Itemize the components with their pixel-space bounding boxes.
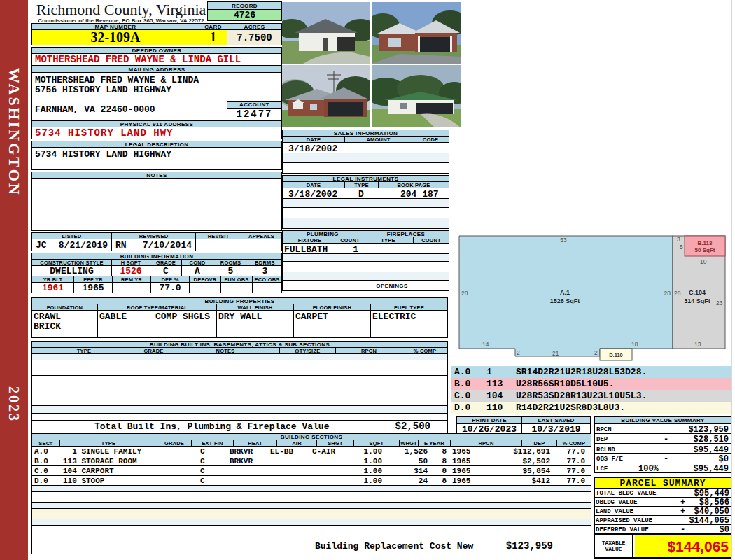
- roof-material-value: COMP SHGLS: [155, 312, 210, 322]
- built-ins-empty-row: [31, 375, 448, 391]
- sec-cell: 77.0: [554, 467, 585, 475]
- dim-18: 18: [631, 341, 638, 348]
- yrblt-value: 1961: [31, 282, 74, 293]
- cond-value: A: [181, 265, 214, 276]
- bvs-row-lcf: LCF 100% $95,449: [594, 463, 732, 473]
- dim-13: 13: [694, 341, 701, 348]
- dim-2b: 2: [594, 349, 598, 356]
- bvs-row-dep: DEP - $28,510: [594, 433, 732, 444]
- sketch-string-path: SR14D2R21U2R18U28L53D28.: [516, 367, 647, 377]
- sec-cell: 77.0: [554, 457, 585, 465]
- sec-cell: $412: [482, 477, 550, 485]
- openings-value-cell: [421, 280, 449, 291]
- taxable-value: $144,065: [638, 538, 729, 555]
- reviewed-by: RN: [115, 240, 127, 251]
- parcel-row-land: LAND VALUE + $40,050: [595, 507, 731, 516]
- parcel-value: $8,566: [699, 498, 729, 507]
- foundation-line-2: BRICK: [34, 321, 61, 332]
- instr-bookpage-value: 204 187: [400, 189, 439, 199]
- sec-cell: $2,502: [482, 457, 550, 465]
- page-edge-line: [732, 0, 732, 560]
- sec-cell: 77.0: [554, 477, 585, 485]
- instr-date-value: 3/18/2002: [288, 189, 337, 199]
- sketch-section-a: [459, 236, 673, 356]
- foundation-line-1: CRAWL: [34, 312, 61, 322]
- sec-cell: BRKVR: [230, 447, 253, 456]
- bvs-label: OBS F/E: [596, 456, 623, 463]
- sketch-string-row-c: C.0 104 U28R53SD28R13U23L10U5L3.: [451, 390, 732, 402]
- dim-53: 53: [560, 237, 567, 244]
- wall-finish-value: DRY WALL: [218, 312, 262, 322]
- plumbing-row: FULLBATH: [282, 243, 337, 254]
- fixture-count-value: 1: [353, 244, 358, 254]
- replacement-cost-value: $123,959: [490, 540, 553, 552]
- sketch-c-label: C.104: [689, 289, 706, 296]
- plumbing-empty-row: [282, 261, 363, 272]
- sections-empty-row: [31, 508, 592, 519]
- taxable-label-line1: TAXABLE: [602, 540, 626, 546]
- sketch-c-sqft: 314 SqFt: [684, 298, 710, 304]
- sections-empty-row: [31, 525, 592, 536]
- plumbing-empty-row: [282, 280, 363, 291]
- sec-cell: 110 STOOP: [63, 477, 104, 485]
- reviewed-date: 7/10/2014: [143, 240, 192, 251]
- roof-type-value: GABLE: [99, 312, 127, 322]
- sec-cell: 1.00: [349, 467, 382, 475]
- dim-14: 14: [482, 341, 489, 348]
- property-record-card: WASHINGTON 2023 Richmond County, Virgini…: [0, 0, 735, 560]
- map-number-value: 32-109A: [31, 29, 200, 46]
- openings-label-cell: OPENINGS: [363, 280, 421, 291]
- bvs-label: RPCN: [596, 426, 612, 433]
- parcel-value: $95,449: [694, 489, 729, 498]
- parcel-row-appraised: APPRAISED VALUE $144,065: [595, 516, 731, 525]
- sec-cell: 8: [431, 467, 447, 475]
- parcel-op: +: [680, 498, 685, 507]
- construction-style-value: DWELLING: [31, 265, 112, 276]
- sec-cell: 8: [431, 457, 447, 465]
- parcel-value: $40,050: [694, 507, 729, 517]
- sketch-string-num: 113: [486, 379, 503, 389]
- mailing-line-2: 5756 HISTORY LAND HIGHWAY: [35, 85, 172, 95]
- sketch-a-sqft: 1526 SqFt: [550, 298, 580, 304]
- sections-empty-row: [31, 491, 592, 503]
- parcel-row-total-bldg: TOTAL BLDG VALUE $95,449: [595, 489, 731, 498]
- grade-value: C: [150, 265, 182, 276]
- parcel-label: DEFERRED VALUE: [596, 526, 649, 533]
- sec-cell: 1.00: [349, 457, 382, 465]
- building-sketch: 53 28 28 28 3 5 10 23 13 14 2 21 2 18 A.…: [458, 232, 732, 364]
- bvs-value: $95,449: [694, 464, 729, 473]
- sketch-string-row-b: B.0 113 U28R56SR10D5L10U5.: [451, 378, 732, 390]
- parcel-op: +: [680, 507, 685, 517]
- parcel-taxable-row: TAXABLE VALUE $144,065: [595, 536, 731, 557]
- sketch-string-sec: C.0: [454, 391, 470, 401]
- property-photo-2: [372, 2, 461, 64]
- sec-cell: C: [200, 467, 205, 475]
- sketch-d-label: D.110: [609, 352, 623, 358]
- sketch-string-sec: A.0: [454, 367, 470, 377]
- sales-empty-row: [282, 162, 449, 174]
- dim-5: 5: [680, 244, 683, 251]
- depovr-value: [189, 282, 221, 293]
- taxable-label-cell: TAXABLE VALUE: [595, 536, 634, 557]
- physical-address-value: 5734 HISTORY LAND HWY: [31, 127, 282, 139]
- sec-cell: 8: [431, 447, 447, 456]
- parcel-value: $144,065: [689, 516, 729, 526]
- section-row: B.0 113 STORAGE ROOM C BRKVR 1.00 50 8 1…: [31, 456, 592, 466]
- taxable-value-cell: $144,065: [635, 536, 731, 557]
- dim-28-a-right: 28: [664, 290, 671, 297]
- instr-empty-row: [282, 207, 449, 218]
- sec-cell: 1.00: [349, 447, 382, 456]
- county-title: Richmond County, Virginia: [35, 1, 207, 19]
- sec-cell: $5,854: [482, 467, 550, 475]
- mailing-line-1: MOTHERSHEAD FRED WAYNE & LINDA: [35, 75, 199, 85]
- sketch-string-sec: B.0: [454, 379, 470, 389]
- sales-empty-row: [282, 153, 449, 163]
- fixture-value: FULLBATH: [284, 244, 328, 254]
- record-value: 4726: [207, 9, 282, 21]
- sec-cell: C: [200, 447, 205, 456]
- bvs-label: LCF: [596, 465, 608, 472]
- sec-cell: 50: [386, 457, 428, 465]
- funobs-value: [220, 282, 253, 293]
- section-row: A.0 1 SINGLE FAMILY C BRKVR EL-BB C-AIR …: [31, 446, 592, 456]
- sec-cell: C: [200, 457, 205, 465]
